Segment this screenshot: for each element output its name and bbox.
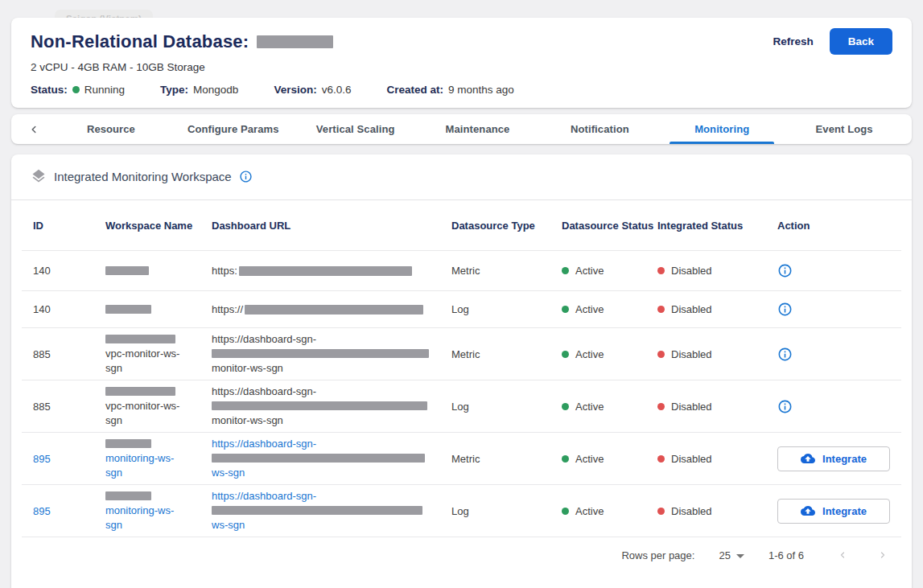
workspace-id-cell: 140	[33, 303, 105, 315]
dashboard-url-text[interactable]: https://dashboard-sgn-	[212, 437, 440, 451]
chevron-left-icon	[838, 550, 847, 560]
dashboard-url-cell: https:	[212, 264, 451, 278]
dashboard-url-text: https://dashboard-sgn-	[212, 384, 440, 399]
action-cell: Integrate	[777, 499, 901, 524]
tab-configure-params[interactable]: Configure Params	[172, 114, 295, 144]
dashboard-url-text[interactable]: ws-sgn	[212, 466, 440, 480]
info-icon	[777, 263, 793, 278]
next-page-button[interactable]	[873, 547, 892, 564]
tab-maintenance[interactable]: Maintenance	[417, 114, 539, 144]
workspace-name-text: sgn	[105, 361, 200, 376]
tab-resource[interactable]: Resource	[50, 114, 172, 144]
status-label: Status:	[31, 84, 68, 96]
row-info-button[interactable]	[777, 302, 793, 317]
workspace-table: IDWorkspace NameDashboard URLDatasource …	[22, 200, 901, 537]
tab-notification[interactable]: Notification	[538, 114, 661, 144]
column-header-datasource-type: Datasource Type	[451, 220, 562, 232]
integrated-status-text: Disabled	[671, 453, 712, 465]
rows-per-page-value: 25	[719, 549, 730, 561]
redacted-workspace-name	[105, 335, 175, 343]
status-row: Status: Running Type: Mongodb Version: v…	[31, 84, 892, 96]
created-at-value: 9 months ago	[448, 84, 514, 96]
running-status-dot-icon	[72, 86, 80, 93]
workspace-name-text[interactable]: monitoring-ws-	[105, 504, 200, 518]
tab-event-logs[interactable]: Event Logs	[783, 114, 905, 144]
workspace-id[interactable]: 895	[33, 505, 51, 517]
row-info-button[interactable]	[777, 347, 793, 362]
redacted-dashboard-url	[212, 454, 425, 463]
integrate-button[interactable]: Integrate	[777, 499, 890, 524]
datasource-status-text: Active	[575, 453, 604, 465]
integrate-button[interactable]: Integrate	[777, 446, 890, 471]
rows-per-page-label: Rows per page:	[621, 549, 694, 561]
type-value: Mongodb	[193, 84, 238, 96]
datasource-status: Active	[562, 348, 657, 360]
row-info-button[interactable]	[777, 263, 793, 278]
previous-page-button[interactable]	[833, 547, 852, 564]
info-icon[interactable]	[239, 170, 253, 183]
datasource-type: Metric	[451, 453, 562, 465]
back-button[interactable]: Back	[830, 28, 892, 55]
created-at-field: Created at: 9 months ago	[386, 84, 513, 96]
table-row: 885vpc-monitor-ws-sgnhttps://dashboard-s…	[22, 380, 901, 433]
table-header-row: IDWorkspace NameDashboard URLDatasource …	[22, 200, 901, 251]
active-status-dot-icon	[562, 306, 569, 313]
action-cell	[777, 302, 901, 317]
tab-monitoring[interactable]: Monitoring	[661, 114, 783, 144]
integrated-status-text: Disabled	[671, 505, 712, 517]
rows-per-page-select[interactable]: 25	[719, 549, 744, 561]
integrated-status-text: Disabled	[671, 348, 712, 360]
layers-icon	[31, 168, 47, 184]
dashboard-url-text[interactable]: https://dashboard-sgn-	[212, 489, 440, 504]
dashboard-url-text: https:	[212, 264, 237, 278]
workspace-id[interactable]: 895	[33, 453, 51, 465]
workspace-name-cell: monitoring-ws-sgn	[105, 437, 212, 480]
integrated-status: Disabled	[657, 453, 777, 465]
table-row: 895monitoring-ws-sgnhttps://dashboard-sg…	[22, 485, 901, 537]
datasource-status: Active	[562, 303, 657, 315]
database-header-card: Non-Relational Database: Refresh Back 2 …	[11, 18, 912, 108]
workspace-name-text: vpc-monitor-ws-	[105, 347, 200, 361]
datasource-status-text: Active	[575, 303, 604, 315]
row-info-button[interactable]	[777, 399, 793, 414]
redacted-dashboard-url	[239, 266, 412, 276]
datasource-type: Log	[451, 505, 562, 517]
dashboard-url-line: https://	[212, 302, 440, 317]
redacted-workspace-name	[105, 491, 151, 500]
chevron-right-icon	[878, 550, 888, 560]
integrate-button-label: Integrate	[822, 505, 867, 517]
workspace-name-cell: vpc-monitor-ws-sgn	[105, 384, 212, 428]
disabled-status-dot-icon	[657, 508, 665, 515]
redacted-workspace-name	[105, 305, 151, 314]
workspace-id: 140	[33, 303, 51, 315]
pagination: Rows per page: 25 1-6 of 6	[11, 537, 912, 573]
datasource-status: Active	[562, 505, 657, 517]
table-row: 140https:MetricActiveDisabled	[22, 251, 901, 291]
tabs-scroll-left-button[interactable]	[18, 114, 50, 144]
disabled-status-dot-icon	[657, 351, 665, 358]
integrated-status: Disabled	[657, 505, 777, 517]
integrated-status-text: Disabled	[671, 401, 712, 413]
workspace-id-cell: 895	[33, 453, 105, 465]
type-field: Type: Mongodb	[160, 84, 238, 96]
workspace-name-text[interactable]: monitoring-ws-	[105, 451, 200, 466]
created-at-label: Created at:	[386, 84, 443, 96]
datasource-status-text: Active	[575, 348, 604, 360]
workspace-name-text: vpc-monitor-ws-	[105, 399, 200, 413]
action-cell	[777, 399, 901, 414]
workspace-name-text[interactable]: sgn	[105, 466, 200, 480]
column-header-integrated-status: Integrated Status	[657, 220, 777, 232]
workspace-name-text[interactable]: sgn	[105, 518, 200, 532]
redacted-dashboard-url	[245, 305, 423, 315]
workspace-id: 885	[33, 348, 51, 360]
dashboard-url-text[interactable]: ws-sgn	[212, 518, 440, 532]
redacted-database-name	[257, 35, 333, 48]
workspace-id: 885	[33, 401, 51, 413]
page: Saigon (Vietnam) Non-Relational Database…	[0, 18, 923, 588]
tab-vertical-scaling[interactable]: Vertical Scaling	[295, 114, 417, 144]
dashboard-url-cell: https://	[212, 302, 451, 317]
redacted-dashboard-url	[212, 349, 429, 358]
disabled-status-dot-icon	[657, 267, 665, 274]
column-header-workspace-name: Workspace Name	[105, 220, 212, 232]
refresh-button[interactable]: Refresh	[773, 35, 813, 47]
